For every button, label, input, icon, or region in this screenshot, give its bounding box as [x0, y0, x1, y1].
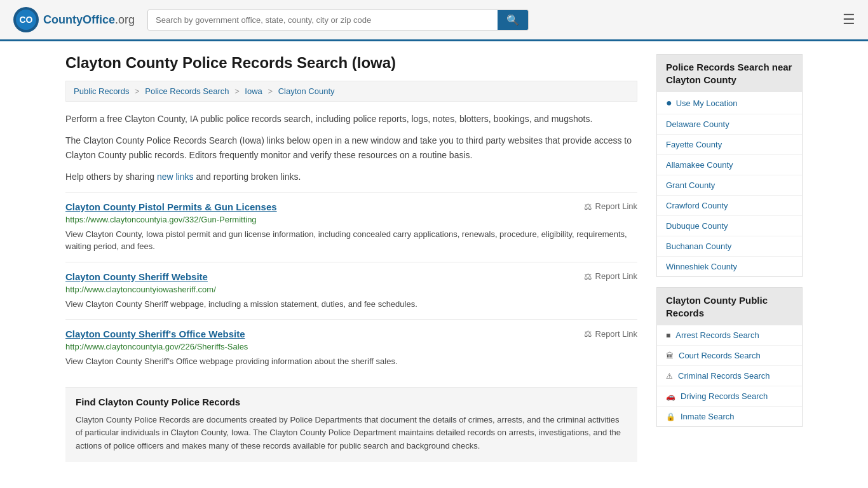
arrest-icon: ■: [666, 331, 670, 340]
sidebar: Police Records Search near Clayton Count…: [656, 54, 803, 462]
report-icon-3: ⚖: [584, 329, 592, 339]
fayette-county-link[interactable]: Fayette County: [666, 140, 722, 149]
breadcrumb-public-records[interactable]: Public Records: [74, 86, 129, 96]
sidebar-driving-records[interactable]: 🚗 Driving Records Search: [657, 386, 802, 407]
svg-text:CO: CO: [20, 15, 33, 25]
sidebar-item-buchanan[interactable]: Buchanan County: [657, 236, 802, 257]
report-link-2[interactable]: ⚖ Report Link: [584, 271, 637, 281]
sidebar-item-crawford[interactable]: Crawford County: [657, 196, 802, 216]
record-title-1[interactable]: Clayton County Pistol Permits & Gun Lice…: [65, 201, 277, 212]
sidebar-nearby-title: Police Records Search near Clayton Count…: [657, 55, 802, 92]
sidebar-inmate-search[interactable]: 🔒 Inmate Search: [657, 407, 802, 426]
search-input[interactable]: [148, 10, 498, 30]
report-icon-2: ⚖: [584, 271, 592, 281]
search-button[interactable]: 🔍: [498, 10, 528, 30]
breadcrumb-police-records-search[interactable]: Police Records Search: [145, 86, 229, 96]
record-item-2: Clayton County Sheriff Website ⚖ Report …: [65, 262, 637, 320]
inmate-search-link[interactable]: Inmate Search: [681, 412, 735, 421]
location-icon: ●: [666, 97, 672, 109]
buchanan-county-link[interactable]: Buchanan County: [666, 241, 731, 251]
breadcrumb-iowa[interactable]: Iowa: [245, 86, 262, 96]
menu-icon[interactable]: ☰: [843, 13, 855, 27]
criminal-records-link[interactable]: Criminal Records Search: [678, 371, 770, 381]
allamakee-county-link[interactable]: Allamakee County: [666, 160, 733, 170]
record-title-3[interactable]: Clayton County Sheriff's Office Website: [65, 329, 245, 339]
sidebar-public-records-title: Clayton County Public Records: [657, 288, 802, 325]
record-desc-2: View Clayton County Sheriff webpage, inc…: [65, 298, 637, 311]
sidebar-item-delaware[interactable]: Delaware County: [657, 114, 802, 135]
record-desc-3: View Clayton County Sheriff's Office web…: [65, 355, 637, 368]
driving-records-link[interactable]: Driving Records Search: [681, 391, 768, 401]
driving-icon: 🚗: [666, 392, 675, 401]
grant-county-link[interactable]: Grant County: [666, 180, 715, 190]
new-links-link[interactable]: new links: [157, 172, 194, 182]
sidebar-arrest-records[interactable]: ■ Arrest Records Search: [657, 325, 802, 346]
main-content: Clayton County Police Records Search (Io…: [65, 54, 637, 462]
logo-text: CountyOffice.org: [43, 13, 135, 27]
find-section: Find Clayton County Police Records Clayt…: [65, 387, 637, 462]
report-link-3[interactable]: ⚖ Report Link: [584, 329, 637, 339]
record-url-2[interactable]: http://www.claytoncountyiowasheriff.com/: [65, 285, 637, 294]
inmate-icon: 🔒: [666, 412, 675, 421]
report-icon-1: ⚖: [584, 201, 592, 212]
report-link-1[interactable]: ⚖ Report Link: [584, 201, 637, 212]
sidebar-public-records-section: Clayton County Public Records ■ Arrest R…: [656, 287, 803, 427]
record-url-1[interactable]: https://www.claytoncountyia.gov/332/Gun-…: [65, 215, 637, 224]
sidebar-item-allamakee[interactable]: Allamakee County: [657, 155, 802, 175]
dubuque-county-link[interactable]: Dubuque County: [666, 221, 728, 231]
court-icon: 🏛: [666, 351, 674, 360]
sidebar-item-fayette[interactable]: Fayette County: [657, 135, 802, 155]
breadcrumb-clayton-county[interactable]: Clayton County: [278, 86, 335, 96]
crawford-county-link[interactable]: Crawford County: [666, 201, 728, 210]
page-title: Clayton County Police Records Search (Io…: [65, 54, 637, 72]
description-3: Help others by sharing new links and rep…: [65, 170, 637, 184]
header: CO CountyOffice.org 🔍 ☰: [0, 0, 868, 41]
sidebar-use-location[interactable]: ● Use My Location: [657, 92, 802, 114]
breadcrumb: Public Records > Police Records Search >…: [65, 81, 637, 102]
record-title-2[interactable]: Clayton County Sheriff Website: [65, 271, 208, 282]
record-desc-1: View Clayton County, Iowa pistol permit …: [65, 228, 637, 253]
logo[interactable]: CO CountyOffice.org: [13, 6, 135, 33]
delaware-county-link[interactable]: Delaware County: [666, 119, 729, 129]
sidebar-item-grant[interactable]: Grant County: [657, 175, 802, 196]
use-my-location-link[interactable]: Use My Location: [676, 98, 738, 108]
record-item-1: Clayton County Pistol Permits & Gun Lice…: [65, 192, 637, 262]
find-section-title: Find Clayton County Police Records: [76, 396, 627, 407]
winneshiek-county-link[interactable]: Winneshiek County: [666, 262, 737, 271]
court-records-link[interactable]: Court Records Search: [679, 351, 761, 360]
sidebar-criminal-records[interactable]: ⚠ Criminal Records Search: [657, 366, 802, 386]
description-2: The Clayton County Police Records Search…: [65, 133, 637, 162]
criminal-icon: ⚠: [666, 372, 673, 381]
record-item-3: Clayton County Sheriff's Office Website …: [65, 319, 637, 377]
sidebar-item-winneshiek[interactable]: Winneshiek County: [657, 257, 802, 276]
sidebar-item-dubuque[interactable]: Dubuque County: [657, 216, 802, 236]
page-container: Clayton County Police Records Search (Io…: [53, 41, 815, 475]
logo-icon: CO: [13, 6, 39, 33]
sidebar-court-records[interactable]: 🏛 Court Records Search: [657, 346, 802, 366]
search-bar: 🔍: [147, 10, 529, 30]
sidebar-nearby-section: Police Records Search near Clayton Count…: [656, 54, 803, 277]
arrest-records-link[interactable]: Arrest Records Search: [675, 330, 759, 340]
description-1: Perform a free Clayton County, IA public…: [65, 112, 637, 126]
record-url-3[interactable]: http://www.claytoncountyia.gov/226/Sheri…: [65, 342, 637, 351]
find-section-text: Clayton County Police Records are docume…: [76, 414, 627, 453]
